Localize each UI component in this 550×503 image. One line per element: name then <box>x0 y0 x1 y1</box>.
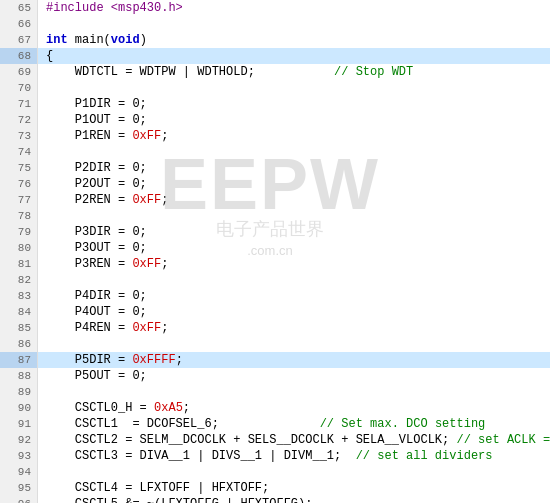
line-number: 86 <box>0 336 38 352</box>
code-row: 79 P3DIR = 0; <box>0 224 550 240</box>
line-content <box>38 80 550 96</box>
line-number: 76 <box>0 176 38 192</box>
line-number: 72 <box>0 112 38 128</box>
code-row: 89 <box>0 384 550 400</box>
code-row: 80 P3OUT = 0; <box>0 240 550 256</box>
code-row: 96 CSCTL5 &= ~(LFXTOFFG | HFXTOFFG); <box>0 496 550 503</box>
line-content: P2OUT = 0; <box>38 176 550 192</box>
line-content: P4OUT = 0; <box>38 304 550 320</box>
line-number: 83 <box>0 288 38 304</box>
code-row: 74 <box>0 144 550 160</box>
line-content: P2DIR = 0; <box>38 160 550 176</box>
line-content <box>38 144 550 160</box>
line-number: 87 <box>0 352 38 368</box>
line-content: P4REN = 0xFF; <box>38 320 550 336</box>
code-row: 66 <box>0 16 550 32</box>
line-content: CSCTL1 = DCOFSEL_6; // Set max. DCO sett… <box>38 416 550 432</box>
line-content: WDTCTL = WDTPW | WDTHOLD; // Stop WDT <box>38 64 550 80</box>
code-row: 90 CSCTL0_H = 0xA5; <box>0 400 550 416</box>
line-content: P2REN = 0xFF; <box>38 192 550 208</box>
line-content: P4DIR = 0; <box>38 288 550 304</box>
code-row: 81 P3REN = 0xFF; <box>0 256 550 272</box>
code-row: 76 P2OUT = 0; <box>0 176 550 192</box>
line-number: 67 <box>0 32 38 48</box>
code-row: 88 P5OUT = 0; <box>0 368 550 384</box>
line-number: 81 <box>0 256 38 272</box>
line-content <box>38 272 550 288</box>
line-number: 85 <box>0 320 38 336</box>
code-container: 65#include <msp430.h>66 67int main(void)… <box>0 0 550 503</box>
code-row: 77 P2REN = 0xFF; <box>0 192 550 208</box>
code-row: 86 <box>0 336 550 352</box>
line-number: 91 <box>0 416 38 432</box>
line-number: 96 <box>0 496 38 503</box>
line-number: 77 <box>0 192 38 208</box>
code-row: 70 <box>0 80 550 96</box>
code-row: 85 P4REN = 0xFF; <box>0 320 550 336</box>
line-content: #include <msp430.h> <box>38 0 550 16</box>
line-number: 70 <box>0 80 38 96</box>
code-row: 78 <box>0 208 550 224</box>
code-row: 75 P2DIR = 0; <box>0 160 550 176</box>
line-number: 69 <box>0 64 38 80</box>
line-content <box>38 208 550 224</box>
code-row: 84 P4OUT = 0; <box>0 304 550 320</box>
line-content: P3DIR = 0; <box>38 224 550 240</box>
line-content: int main(void) <box>38 32 550 48</box>
code-row: 93 CSCTL3 = DIVA__1 | DIVS__1 | DIVM__1;… <box>0 448 550 464</box>
code-row: 95 CSCTL4 = LFXTOFF | HFXTOFF; <box>0 480 550 496</box>
line-number: 93 <box>0 448 38 464</box>
line-content: P5DIR = 0xFFFF; <box>38 352 550 368</box>
code-row: 94 <box>0 464 550 480</box>
line-content: CSCTL2 = SELM__DCOCLK + SELS__DCOCLK + S… <box>38 432 550 448</box>
code-row: 87 P5DIR = 0xFFFF; <box>0 352 550 368</box>
line-content: P3REN = 0xFF; <box>38 256 550 272</box>
code-lines: 65#include <msp430.h>66 67int main(void)… <box>0 0 550 503</box>
code-row: 71 P1DIR = 0; <box>0 96 550 112</box>
line-content: { <box>38 48 550 64</box>
line-content <box>38 464 550 480</box>
code-row: 73 P1REN = 0xFF; <box>0 128 550 144</box>
line-number: 79 <box>0 224 38 240</box>
code-row: 83 P4DIR = 0; <box>0 288 550 304</box>
line-number: 80 <box>0 240 38 256</box>
line-content: CSCTL4 = LFXTOFF | HFXTOFF; <box>38 480 550 496</box>
line-content <box>38 384 550 400</box>
line-content: CSCTL0_H = 0xA5; <box>38 400 550 416</box>
line-content: P5OUT = 0; <box>38 368 550 384</box>
line-content: CSCTL3 = DIVA__1 | DIVS__1 | DIVM__1; //… <box>38 448 550 464</box>
line-content: CSCTL5 &= ~(LFXTOFFG | HFXTOFFG); <box>38 496 550 503</box>
line-content: P3OUT = 0; <box>38 240 550 256</box>
code-row: 91 CSCTL1 = DCOFSEL_6; // Set max. DCO s… <box>0 416 550 432</box>
line-number: 82 <box>0 272 38 288</box>
line-number: 66 <box>0 16 38 32</box>
line-number: 89 <box>0 384 38 400</box>
line-number: 95 <box>0 480 38 496</box>
line-number: 84 <box>0 304 38 320</box>
line-number: 68 <box>0 48 38 64</box>
line-number: 74 <box>0 144 38 160</box>
line-number: 90 <box>0 400 38 416</box>
code-row: 68{ <box>0 48 550 64</box>
line-number: 88 <box>0 368 38 384</box>
line-content: P1OUT = 0; <box>38 112 550 128</box>
line-number: 73 <box>0 128 38 144</box>
code-row: 67int main(void) <box>0 32 550 48</box>
code-row: 82 <box>0 272 550 288</box>
line-number: 94 <box>0 464 38 480</box>
code-row: 65#include <msp430.h> <box>0 0 550 16</box>
line-content: P1REN = 0xFF; <box>38 128 550 144</box>
code-row: 92 CSCTL2 = SELM__DCOCLK + SELS__DCOCLK … <box>0 432 550 448</box>
line-content: P1DIR = 0; <box>38 96 550 112</box>
code-row: 72 P1OUT = 0; <box>0 112 550 128</box>
code-row: 69 WDTCTL = WDTPW | WDTHOLD; // Stop WDT <box>0 64 550 80</box>
line-number: 78 <box>0 208 38 224</box>
line-number: 75 <box>0 160 38 176</box>
line-number: 65 <box>0 0 38 16</box>
line-number: 71 <box>0 96 38 112</box>
line-content <box>38 336 550 352</box>
line-number: 92 <box>0 432 38 448</box>
line-content <box>38 16 550 32</box>
